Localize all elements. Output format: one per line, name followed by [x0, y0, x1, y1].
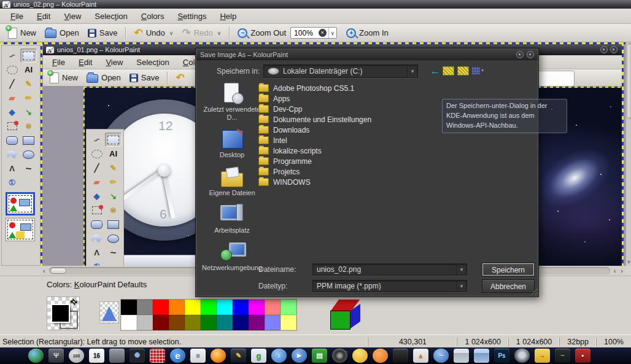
menu-view[interactable]: View [57, 10, 88, 23]
view-menu-button[interactable]: ▾ [472, 66, 487, 74]
menu-file[interactable]: File [4, 10, 30, 23]
folder-item-9[interactable]: WINDOWS [258, 177, 528, 187]
filetype-select[interactable]: PPM image (*.ppm) ▾ [312, 280, 467, 292]
tool-spraycan[interactable]: ※ [105, 203, 122, 217]
dropdown-arrow-icon[interactable]: ▾ [456, 264, 466, 275]
foreground-color-swatch[interactable] [51, 304, 70, 323]
tool-elliptical-selection[interactable] [4, 63, 20, 77]
palette-color-11[interactable] [121, 315, 137, 330]
undo-dropdown-icon[interactable]: ∨ [169, 30, 174, 36]
tool-brush[interactable]: ✏ [20, 91, 37, 105]
palette-color-16[interactable] [201, 315, 217, 330]
taskbar-icon-screenshot-tool[interactable]: ✎ [231, 349, 246, 363]
tool-color-picker[interactable]: ↘ [105, 189, 122, 203]
zoom-out-button[interactable]: − Zoom Out [233, 27, 290, 39]
palette-color-19[interactable] [249, 315, 265, 330]
taskbar-icon-vlc[interactable]: ▲ [413, 349, 428, 363]
place-network[interactable]: Netzwerkumgebung [199, 241, 265, 272]
palette-color-14[interactable] [169, 315, 185, 330]
palette-color-13[interactable] [153, 315, 169, 330]
outer-window-titlebar[interactable]: unios_02.png – KolourPaint [0, 0, 631, 9]
taskbar-icon-cd-burner[interactable] [332, 349, 347, 363]
tool-zoom[interactable]: ① [4, 176, 20, 190]
palette-color-20[interactable] [265, 315, 281, 330]
menu-edit[interactable]: Edit [30, 10, 57, 23]
dropdown-arrow-icon[interactable]: ▾ [456, 281, 466, 292]
tool-pen[interactable]: ✎ [20, 77, 37, 91]
taskbar-icon-earth[interactable] [28, 349, 44, 363]
menu-colors[interactable]: Colors [134, 10, 171, 23]
taskbar-icon-red-grid[interactable] [150, 349, 165, 363]
menu-edit[interactable]: Edit [72, 56, 99, 69]
tool-text[interactable]: AI [105, 147, 122, 161]
palette-color-15[interactable] [185, 315, 201, 330]
palette-color-7[interactable] [233, 300, 249, 315]
tool-line[interactable]: ╱ [4, 77, 20, 91]
menu-settings[interactable]: Settings [171, 10, 213, 23]
save-confirm-button[interactable]: Speichern [482, 263, 535, 276]
folder-item-6[interactable]: lokalize-scripts [258, 145, 528, 156]
color-similarity-widget[interactable] [99, 301, 119, 323]
selection-transparent-option[interactable] [6, 218, 35, 241]
vertical-scrollbar[interactable]: ∨ [625, 42, 631, 266]
swap-colors-icon[interactable]: ⇄ [68, 296, 79, 307]
taskbar-icon-image-viewer[interactable]: ~ [555, 349, 570, 363]
clear-text-icon[interactable]: × [319, 29, 327, 37]
tool-rectangular-selection[interactable] [20, 48, 37, 63]
tool-rounded-rectangle[interactable] [4, 133, 20, 147]
cancel-button[interactable]: Abbrechen [482, 279, 535, 293]
tool-rounded-rectangle[interactable] [88, 217, 105, 231]
tool-flood-fill[interactable]: ◆ [88, 189, 105, 203]
up-folder-button[interactable] [443, 66, 454, 76]
tool-free-form-selection[interactable]: ∽ [4, 48, 20, 63]
zoom-in-button[interactable]: + Zoom In [342, 27, 393, 39]
taskbar-icon-file-manager[interactable] [454, 349, 469, 363]
inner-open-button[interactable]: Open [82, 71, 125, 84]
menu-view[interactable]: View [99, 56, 130, 69]
open-button[interactable]: Open [41, 26, 83, 39]
tool-eraser[interactable]: ▰ [88, 175, 105, 189]
palette-color-2[interactable] [153, 300, 169, 315]
undo-button[interactable]: ↶ Undo ∨ [130, 27, 177, 39]
palette-color-10[interactable] [281, 300, 296, 315]
dialog-titlebar[interactable]: Save Image As – KolourPaint [196, 49, 538, 60]
zoom-level-combobox[interactable]: 100% × ∨ [290, 27, 337, 39]
taskbar-icon-dark-app[interactable] [393, 349, 408, 363]
palette-color-12[interactable] [137, 315, 153, 330]
save-button[interactable]: Save [83, 27, 122, 39]
palette-color-0[interactable] [121, 300, 137, 315]
taskbar-icon-window-blue[interactable] [474, 349, 489, 363]
dialog-help-button[interactable] [516, 51, 524, 58]
tool-ellipse[interactable] [105, 231, 122, 246]
tool-text[interactable]: AI [20, 63, 37, 77]
vertical-scrollbar-thumb[interactable] [627, 44, 631, 118]
taskbar-icon-spreadsheet[interactable]: ▤ [312, 349, 327, 363]
dialog-close-button[interactable] [527, 51, 534, 58]
tool-color-picker[interactable]: ↘ [20, 105, 37, 119]
tool-free-form-selection[interactable]: ∽ [88, 133, 105, 147]
scroll-left-icon[interactable]: ‹ [611, 266, 619, 275]
taskbar-icon-camera[interactable] [130, 349, 145, 363]
taskbar-icon-internet-explorer[interactable]: e [170, 349, 185, 363]
tool-rectangle[interactable] [105, 217, 122, 231]
tool-rectangular-selection[interactable] [105, 133, 122, 147]
menu-file[interactable]: File [45, 56, 72, 69]
filename-input[interactable]: unios_02.png ▾ [312, 263, 467, 276]
location-combobox[interactable]: Lokaler Datenträger (C:) ▾ [263, 64, 418, 78]
redo-dropdown-icon[interactable]: ∨ [217, 30, 222, 36]
zoom-dropdown-icon[interactable]: ∨ [328, 28, 337, 38]
folder-item-0[interactable]: Adobe Photoshop CS5.1 [258, 83, 528, 93]
place-recent-documents[interactable]: Zuletzt verwendete D... [199, 83, 265, 122]
new-folder-button[interactable] [457, 66, 469, 76]
place-my-documents[interactable]: Eigene Dateien [199, 166, 265, 197]
inner-minimize-button[interactable] [600, 46, 608, 53]
palette-color-6[interactable] [217, 300, 233, 315]
taskbar-icon-kde-settings[interactable] [514, 349, 530, 363]
taskbar-icon-antenna[interactable]: Ψ [48, 349, 64, 363]
color-swap-widget[interactable]: ⇄ [47, 296, 80, 330]
tool-eraser[interactable]: ▰ [4, 91, 20, 105]
back-button[interactable]: ← [430, 66, 440, 77]
taskbar-icon-itunes[interactable]: ♪ [271, 349, 287, 363]
tool-polygon[interactable] [88, 231, 105, 246]
horizontal-scrollbar-thumb[interactable] [50, 268, 66, 274]
